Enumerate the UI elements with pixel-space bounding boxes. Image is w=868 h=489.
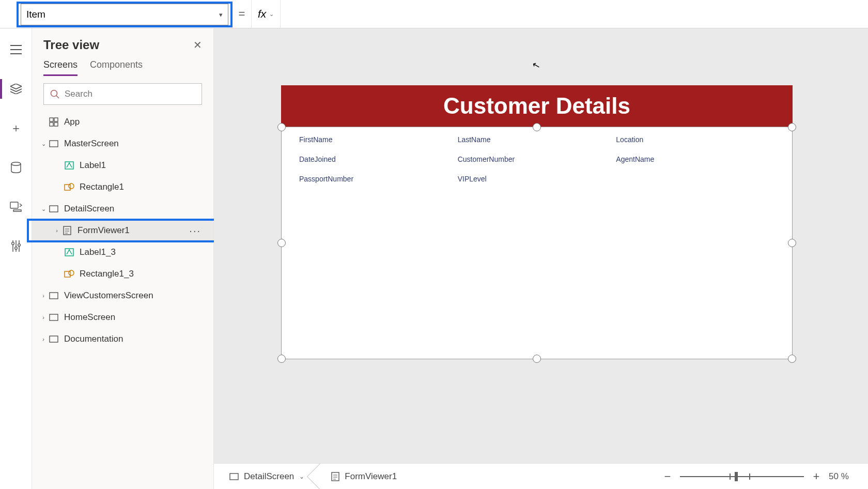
screen-icon: [49, 291, 59, 301]
tree-item-label: DetailScreen: [64, 204, 114, 214]
layers-icon: [10, 84, 22, 94]
selection-handle[interactable]: [533, 123, 541, 131]
chevron-right-icon[interactable]: ›: [38, 314, 49, 320]
selection-handle[interactable]: [788, 355, 796, 363]
tree-item-label: Label1: [80, 160, 106, 171]
search-icon: [50, 89, 59, 99]
more-icon[interactable]: ···: [189, 225, 201, 237]
zoom-in-button[interactable]: +: [811, 470, 822, 483]
tree-item-detailscreen[interactable]: ⌄ DetailScreen: [32, 198, 213, 220]
tree-item-documentation[interactable]: › Documentation: [32, 328, 213, 350]
canvas[interactable]: ↖ Customer Details FirstName LastName Lo: [214, 28, 868, 489]
breadcrumb-control[interactable]: FormViewer1: [328, 464, 406, 489]
tree-item-rectangle1[interactable]: Rectangle1: [32, 176, 213, 198]
chevron-right-icon[interactable]: ›: [52, 227, 62, 234]
property-selector-input[interactable]: [26, 9, 219, 20]
rail-settings[interactable]: [0, 234, 32, 258]
equals-label: =: [233, 7, 251, 21]
svg-rect-22: [230, 473, 238, 480]
zoom-control: − + 50 %: [662, 470, 856, 483]
shape-icon: [64, 269, 74, 279]
tab-components[interactable]: Components: [90, 59, 143, 76]
form-viewer[interactable]: FirstName LastName Location DateJoined C…: [281, 127, 793, 359]
property-selector-highlight: ▾: [17, 2, 233, 27]
field-firstname: FirstName: [299, 135, 458, 144]
svg-rect-6: [50, 118, 53, 121]
form-icon: [331, 472, 339, 481]
zoom-pct: %: [841, 471, 849, 481]
chevron-right-icon[interactable]: ›: [38, 336, 49, 342]
rail-data[interactable]: [0, 156, 32, 179]
tree-item-homescreen[interactable]: › HomeScreen: [32, 307, 213, 328]
tree-item-label1-3[interactable]: Label1_3: [32, 241, 213, 263]
form-icon: [62, 225, 72, 236]
field-viplevel: VIPLevel: [458, 175, 616, 183]
tree-search[interactable]: [43, 83, 202, 105]
tree-tabs: Screens Components: [32, 59, 213, 76]
tree-item-label1[interactable]: Label1: [32, 155, 213, 176]
svg-rect-8: [50, 123, 53, 126]
tree-item-label: Documentation: [64, 334, 123, 344]
zoom-thumb[interactable]: [735, 472, 738, 481]
selection-handle[interactable]: [788, 123, 796, 131]
selection-handle[interactable]: [533, 355, 541, 363]
formula-bar-row: ▾ = fx ⌄: [0, 0, 868, 28]
selection-handle[interactable]: [277, 123, 286, 131]
svg-rect-15: [64, 226, 71, 235]
selection-handle[interactable]: [788, 239, 796, 247]
svg-rect-9: [54, 123, 58, 126]
svg-point-3: [14, 247, 17, 250]
tree-item-label: FormViewer1: [78, 225, 130, 236]
zoom-out-button[interactable]: −: [662, 470, 673, 483]
tree-item-label: App: [64, 117, 80, 127]
tree-item-label: Rectangle1: [80, 182, 124, 192]
database-icon: [11, 162, 21, 173]
field-agentname: AgentName: [616, 155, 774, 163]
tree-item-label: Label1_3: [80, 247, 116, 257]
rail-media[interactable]: [0, 195, 32, 219]
selection-handle[interactable]: [277, 355, 286, 363]
tree-item-masterscreen[interactable]: ⌄ MasterScreen: [32, 133, 213, 155]
tree-item-app[interactable]: App: [32, 111, 213, 133]
chevron-down-icon: ▾: [219, 11, 223, 19]
tree-item-label: ViewCustomersScreen: [64, 291, 153, 301]
chevron-down-icon: ⌄: [269, 11, 274, 18]
svg-rect-14: [50, 206, 58, 212]
zoom-slider[interactable]: [680, 476, 804, 477]
rail-tree-view[interactable]: [0, 77, 32, 101]
field-lastname: LastName: [458, 135, 616, 144]
chevron-right-icon[interactable]: ›: [38, 293, 49, 299]
tree-view-title: Tree view: [43, 38, 99, 52]
close-icon[interactable]: ✕: [193, 39, 202, 51]
field-location: Location: [616, 135, 774, 144]
svg-rect-21: [50, 336, 58, 342]
sliders-icon: [11, 240, 21, 252]
property-selector[interactable]: ▾: [21, 4, 228, 25]
selection-handle[interactable]: [277, 239, 286, 247]
breadcrumb-bar: DetailScreen ⌄ FormViewer1 − + 50 %: [214, 463, 868, 489]
breadcrumb-label: FormViewer1: [345, 471, 397, 482]
svg-point-2: [11, 242, 14, 245]
breadcrumb-screen[interactable]: DetailScreen ⌄: [226, 464, 314, 489]
fx-button[interactable]: fx ⌄: [251, 0, 281, 28]
svg-rect-19: [50, 293, 58, 299]
rail-hamburger[interactable]: [0, 38, 32, 62]
chevron-down-icon[interactable]: ⌄: [38, 141, 49, 147]
tab-screens[interactable]: Screens: [43, 59, 78, 76]
field-datejoined: DateJoined: [299, 155, 458, 163]
formula-input[interactable]: [281, 0, 868, 28]
svg-point-5: [51, 90, 57, 97]
field-customernumber: CustomerNumber: [458, 155, 616, 163]
rail-insert[interactable]: ＋: [0, 116, 32, 140]
tree-view-panel: Tree view ✕ Screens Components: [32, 28, 214, 489]
tree-item-formviewer1[interactable]: › FormViewer1 ···: [32, 220, 213, 241]
tree-search-input[interactable]: [65, 89, 195, 99]
tree-item-viewcustomers[interactable]: › ViewCustomersScreen: [32, 285, 213, 307]
chevron-down-icon[interactable]: ⌄: [299, 473, 304, 480]
tree-item-rectangle1-3[interactable]: Rectangle1_3: [32, 263, 213, 285]
svg-rect-10: [50, 141, 58, 147]
shape-icon: [64, 182, 74, 192]
chevron-down-icon[interactable]: ⌄: [38, 206, 49, 212]
media-icon: [10, 202, 22, 212]
svg-point-4: [18, 244, 20, 247]
